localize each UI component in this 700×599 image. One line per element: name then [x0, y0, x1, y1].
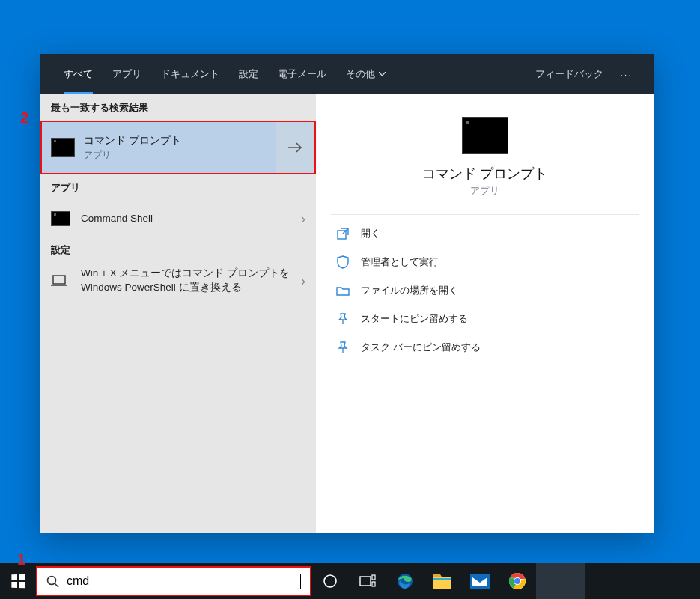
panel-body: 最も一致する検索結果 2 コマンド プロンプト アプリ アプリ — [40, 94, 654, 533]
detail-column: コマンド プロンプト アプリ 開く 管理者として実行 ファイルの場所 — [316, 94, 654, 533]
taskbar: 1 cmd — [0, 563, 700, 599]
pin-icon — [335, 340, 350, 355]
best-match-result[interactable]: 2 コマンド プロンプト アプリ — [40, 121, 316, 174]
cortana-button[interactable] — [311, 563, 349, 599]
best-match-arrow[interactable] — [276, 122, 314, 173]
tab-documents[interactable]: ドキュメント — [151, 54, 229, 94]
callout-1: 1 — [17, 551, 25, 568]
action-open[interactable]: 開く — [316, 219, 654, 248]
result-label: Command Shell — [81, 212, 301, 226]
svg-point-13 — [514, 578, 520, 584]
action-open-location[interactable]: ファイルの場所を開く — [316, 276, 654, 305]
result-winx-setting[interactable]: Win + X メニューではコマンド プロンプトを Windows PowerS… — [40, 263, 316, 299]
arrow-right-icon — [287, 142, 303, 153]
best-match-title: コマンド プロンプト — [84, 134, 181, 148]
chevron-down-icon — [379, 72, 386, 76]
feedback-link[interactable]: フィードバック — [526, 54, 612, 94]
pin-icon — [335, 311, 350, 326]
search-input[interactable]: cmd — [67, 574, 300, 588]
svg-rect-0 — [53, 276, 65, 284]
mail-icon — [470, 574, 490, 589]
tab-email[interactable]: 電子メール — [268, 54, 336, 94]
taskbar-icons — [311, 563, 536, 599]
detail-title: コマンド プロンプト — [316, 165, 654, 183]
best-match-header: 最も一致する検索結果 — [40, 94, 316, 121]
task-view-button[interactable] — [349, 563, 386, 599]
taskbar-app-chrome[interactable] — [499, 563, 536, 599]
callout-2: 2 — [20, 109, 28, 127]
start-button[interactable] — [0, 563, 36, 599]
tab-more[interactable]: その他 — [336, 54, 395, 94]
search-panel: すべて アプリ ドキュメント 設定 電子メール その他 フィードバック ··· … — [40, 54, 654, 533]
divider — [331, 214, 639, 215]
best-match-subtitle: アプリ — [84, 149, 181, 162]
apps-header: アプリ — [40, 174, 316, 201]
settings-header: 設定 — [40, 237, 316, 263]
folder-icon — [335, 283, 350, 298]
taskbar-search[interactable]: 1 cmd — [36, 566, 311, 596]
result-command-shell[interactable]: Command Shell › — [40, 201, 316, 237]
taskbar-app-mail[interactable] — [461, 563, 499, 599]
folder-icon — [433, 573, 452, 589]
svg-rect-5 — [372, 575, 375, 580]
chevron-right-icon: › — [301, 273, 305, 289]
chrome-icon — [508, 572, 526, 590]
action-run-admin[interactable]: 管理者として実行 — [316, 248, 654, 276]
action-pin-taskbar[interactable]: タスク バーにピン留めする — [316, 333, 654, 362]
svg-point-2 — [48, 576, 56, 584]
shield-icon — [335, 255, 350, 270]
cortana-icon — [323, 574, 338, 589]
action-pin-start[interactable]: スタートにピン留めする — [316, 305, 654, 333]
svg-rect-4 — [360, 577, 371, 586]
task-view-icon — [359, 574, 376, 588]
taskbar-app-explorer[interactable] — [424, 563, 461, 599]
taskbar-active-bg — [536, 563, 585, 599]
laptop-icon — [51, 273, 70, 288]
cmd-prompt-icon-large — [462, 117, 508, 154]
chevron-right-icon: › — [301, 211, 305, 227]
tab-apps[interactable]: アプリ — [103, 54, 151, 94]
detail-subtitle: アプリ — [316, 185, 654, 198]
results-column: 最も一致する検索結果 2 コマンド プロンプト アプリ アプリ — [40, 94, 316, 533]
svg-rect-6 — [372, 582, 375, 586]
open-icon — [335, 226, 350, 241]
svg-rect-9 — [433, 578, 451, 580]
tab-all[interactable]: すべて — [54, 54, 103, 94]
tab-overflow[interactable]: ··· — [612, 54, 640, 94]
tab-settings[interactable]: 設定 — [229, 54, 268, 94]
search-tabs: すべて アプリ ドキュメント 設定 電子メール その他 フィードバック ··· — [40, 54, 654, 94]
search-icon — [46, 575, 59, 588]
windows-logo-icon — [11, 574, 25, 589]
svg-point-3 — [324, 575, 336, 587]
cmd-prompt-icon — [51, 211, 70, 226]
cmd-prompt-icon — [51, 138, 75, 157]
taskbar-app-edge[interactable] — [386, 563, 424, 599]
result-label: Win + X メニューではコマンド プロンプトを Windows PowerS… — [81, 267, 301, 295]
edge-icon — [396, 572, 414, 590]
